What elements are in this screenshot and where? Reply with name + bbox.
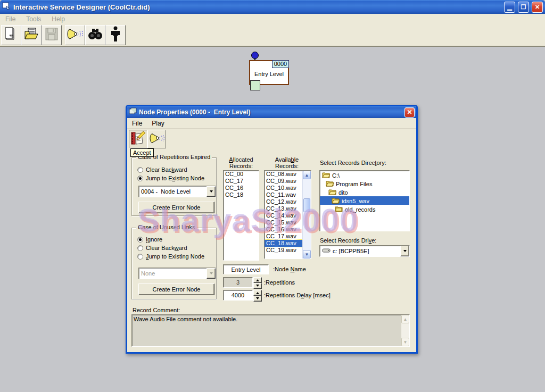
list-item[interactable]: CC_09.wav bbox=[265, 178, 302, 185]
tree-item[interactable]: C:\ bbox=[320, 171, 409, 179]
list-item[interactable]: CC_17.wav bbox=[265, 233, 302, 240]
dialog-icon bbox=[129, 107, 137, 117]
find-button[interactable] bbox=[85, 25, 105, 45]
save-file-button bbox=[42, 25, 62, 45]
list-item[interactable]: CC_15.wav bbox=[265, 219, 302, 226]
repetitions-label: :Repetitions bbox=[264, 279, 295, 286]
scroll-up-icon[interactable]: ▲ bbox=[303, 171, 311, 179]
accept-button[interactable] bbox=[129, 130, 147, 148]
list-item[interactable]: CC_17 bbox=[224, 178, 259, 185]
list-item[interactable]: CC_00 bbox=[224, 171, 259, 178]
tree-item-label: C:\ bbox=[332, 172, 340, 179]
spin-down-icon[interactable] bbox=[253, 296, 262, 302]
spin-down-icon[interactable] bbox=[253, 283, 262, 289]
chevron-down-icon[interactable] bbox=[207, 186, 216, 197]
radio-icon[interactable] bbox=[137, 254, 143, 260]
menu-help[interactable]: Help bbox=[46, 14, 70, 24]
tree-item-selected[interactable]: idsn5_wav bbox=[320, 196, 409, 205]
list-item[interactable]: CC_14.wav bbox=[265, 212, 302, 219]
radio-ignore[interactable]: Ignore bbox=[137, 236, 162, 243]
dialog-titlebar[interactable]: Node Properties (0000 - Entry Level) ✕ bbox=[127, 106, 416, 118]
tree-item-label: old_records bbox=[345, 206, 375, 213]
closed-folder-icon bbox=[335, 206, 343, 213]
list-item[interactable]: CC_08.wav bbox=[265, 171, 302, 178]
scrollbar-thumb[interactable] bbox=[303, 198, 310, 212]
radio-icon[interactable] bbox=[137, 237, 143, 243]
delay-spinner[interactable] bbox=[253, 290, 262, 301]
play-sound-icon bbox=[67, 27, 84, 43]
list-item[interactable]: CC_19.wav bbox=[265, 247, 302, 254]
open-folder-icon bbox=[326, 180, 334, 188]
spin-up-icon[interactable] bbox=[253, 277, 262, 283]
tree-item[interactable]: dito bbox=[320, 188, 409, 196]
menu-file[interactable]: File bbox=[0, 14, 21, 24]
dialog-menu-file[interactable]: File bbox=[127, 119, 147, 128]
tree-item[interactable]: Program Files bbox=[320, 179, 409, 188]
radio-icon[interactable] bbox=[137, 176, 143, 181]
list-item[interactable]: CC_18 bbox=[224, 191, 259, 198]
scroll-up-icon: ▲ bbox=[401, 315, 409, 323]
radio-label: Clear Backward bbox=[146, 245, 187, 251]
main-titlebar[interactable]: Interactive Service Designer (CoolCtr.di… bbox=[0, 0, 545, 14]
scroll-down-icon[interactable]: ▼ bbox=[303, 250, 311, 258]
node-name-input[interactable] bbox=[223, 264, 269, 274]
node-entry-connector[interactable] bbox=[251, 52, 259, 59]
list-item[interactable]: CC_13.wav bbox=[265, 205, 302, 212]
menu-tools[interactable]: Tools bbox=[21, 14, 46, 24]
list-item[interactable]: CC_11.wav bbox=[265, 191, 302, 198]
tree-item-label: dito bbox=[338, 189, 348, 196]
tree-item[interactable]: old_records bbox=[320, 205, 409, 213]
repetitions-expired-group: Case of Repetitions Expired Clear Backwa… bbox=[131, 157, 217, 216]
play-sound-button[interactable] bbox=[65, 25, 85, 45]
list-item[interactable]: CC_12.wav bbox=[265, 198, 302, 205]
drive-icon bbox=[322, 248, 331, 254]
dialog-toolbar bbox=[127, 129, 416, 149]
list-item-selected[interactable]: CC_18.wav bbox=[265, 240, 302, 247]
available-list-scrollbar[interactable]: ▲ ▼ bbox=[302, 171, 311, 258]
list-item[interactable]: CC_10.wav bbox=[265, 185, 302, 191]
dialog-menu-play[interactable]: Play bbox=[147, 119, 169, 128]
open-folder-icon bbox=[322, 172, 330, 179]
radio-clear-backward[interactable]: Clear Backward bbox=[137, 166, 187, 173]
node-exit-connector[interactable] bbox=[250, 80, 260, 90]
allocated-records-list[interactable]: CC_00 CC_17 CC_16 CC_18 bbox=[223, 170, 259, 261]
dialog-menubar: File Play bbox=[127, 118, 416, 129]
close-button[interactable]: ✕ bbox=[532, 2, 543, 13]
create-error-node-button[interactable]: Create Error Node bbox=[138, 283, 214, 295]
user-button[interactable] bbox=[105, 25, 126, 45]
chevron-down-icon[interactable] bbox=[400, 246, 409, 256]
save-file-icon bbox=[45, 27, 59, 43]
combo-value: 0004 - Node Level bbox=[139, 186, 207, 197]
repetitions-delay-input[interactable] bbox=[223, 290, 253, 301]
comment-scrollbar: ▲ ▼ bbox=[401, 315, 409, 346]
open-file-button[interactable] bbox=[21, 25, 42, 45]
list-item[interactable]: CC_16.wav bbox=[265, 226, 302, 233]
new-file-button[interactable] bbox=[1, 25, 21, 45]
radio-icon[interactable] bbox=[137, 167, 143, 173]
radio-jump-existing[interactable]: Jump to Existing Node bbox=[137, 175, 204, 181]
records-drive-label: Select Records Drive: bbox=[320, 237, 376, 244]
restore-button[interactable]: ❐ bbox=[518, 2, 529, 13]
repetitions-spinner[interactable] bbox=[253, 277, 262, 288]
dialog-close-button[interactable]: ✕ bbox=[404, 107, 415, 118]
radio-jump-existing[interactable]: Jump to Existing Node bbox=[137, 253, 204, 260]
jump-node-combo[interactable]: 0004 - Node Level bbox=[138, 186, 216, 197]
radio-icon[interactable] bbox=[137, 245, 143, 251]
dialog-play-sound-button[interactable] bbox=[147, 130, 166, 148]
tree-item-label: idsn5_wav bbox=[342, 198, 369, 204]
radio-clear-backward[interactable]: Clear Backward bbox=[137, 245, 187, 251]
main-menubar: File Tools Help bbox=[0, 14, 545, 24]
scroll-down-icon: ▼ bbox=[401, 338, 409, 346]
accept-tooltip: Accept bbox=[130, 148, 154, 157]
records-drive-combo[interactable]: c: [BCPPB5E] bbox=[319, 245, 410, 257]
available-records-list[interactable]: CC_08.wav CC_09.wav CC_10.wav CC_11.wav … bbox=[264, 170, 311, 259]
dialog-title: Node Properties (0000 - Entry Level) bbox=[139, 109, 402, 116]
minimize-button[interactable]: ▁ bbox=[504, 2, 515, 13]
records-directory-tree[interactable]: C:\ Program Files dito idsn5_wav old_rec… bbox=[319, 170, 410, 231]
open-folder-icon bbox=[332, 197, 340, 205]
list-item[interactable]: CC_16 bbox=[224, 185, 259, 191]
node-name-label: :Node Name bbox=[273, 266, 306, 272]
spin-up-icon[interactable] bbox=[253, 290, 262, 296]
tree-item-label: Program Files bbox=[336, 181, 372, 187]
create-error-node-button[interactable]: Create Error Node bbox=[138, 202, 214, 213]
